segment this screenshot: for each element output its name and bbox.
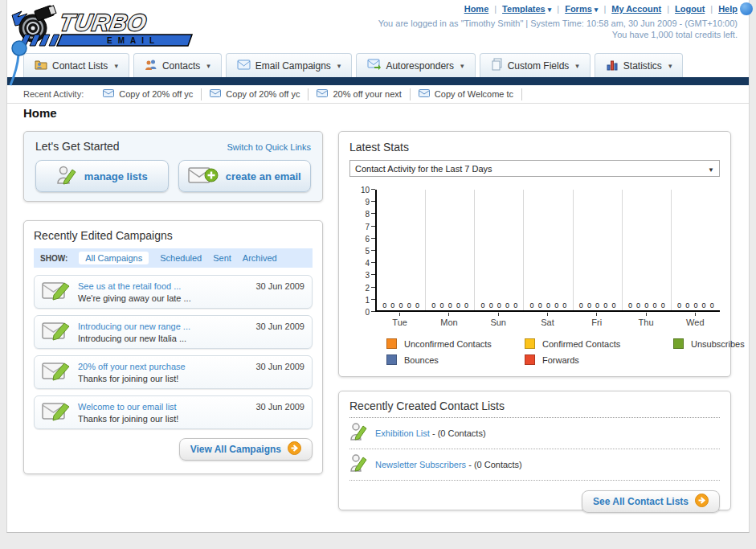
recent-activity-item[interactable]: Copy of 20% off yc xyxy=(202,88,309,100)
tab-contact-lists[interactable]: Contact Lists ▾ xyxy=(23,53,129,77)
chevron-down-icon: ▾ xyxy=(337,62,341,70)
envelope-pencil-icon xyxy=(42,400,71,425)
recent-activity-bar: Recent Activity: Copy of 20% off yc Copy… xyxy=(7,85,749,104)
chevron-down-icon: ▾ xyxy=(460,62,464,70)
chevron-down-icon xyxy=(708,164,714,174)
y-tick-mark xyxy=(371,274,375,275)
value-label: 0 xyxy=(611,301,615,309)
envelope-icon xyxy=(103,89,114,99)
value-labels-row: 00000 xyxy=(476,301,521,309)
stats-period-select[interactable]: Contact Activity for the Last 7 Days xyxy=(349,160,720,177)
logo-graphic: TURBO EMAIL xyxy=(9,2,195,49)
campaigns-title: Recently Edited Campaigns xyxy=(34,229,313,242)
campaign-date: 30 Jun 2009 xyxy=(255,362,304,371)
chevron-down-icon: ▾ xyxy=(575,62,579,70)
help-bubble-icon[interactable] xyxy=(740,2,753,15)
chart-category-group: 00000 xyxy=(425,190,474,310)
value-label: 0 xyxy=(661,301,665,309)
recent-activity-item-label: Copy of Welcome tc xyxy=(435,89,513,99)
value-label: 0 xyxy=(390,301,394,309)
value-label: 0 xyxy=(513,301,517,309)
tab-autoresponders[interactable]: Autoresponders ▾ xyxy=(356,53,475,77)
main-nav-tabs: Contact Lists ▾ Contacts ▾ Email Campaig… xyxy=(23,53,683,77)
chart-category-group: 00000 xyxy=(523,190,572,310)
envelope-arrow-icon xyxy=(367,59,381,72)
tab-label: Custom Fields xyxy=(508,60,570,72)
chart-x-axis: TueMonSunSatFriThuWed xyxy=(375,313,720,327)
bar-chart-icon xyxy=(606,59,619,73)
x-tick-label: Wed xyxy=(671,318,720,327)
contact-activity-chart: 012345678910 000000000000000000000000000… xyxy=(349,190,720,327)
recent-activity-label: Recent Activity: xyxy=(23,89,84,99)
tab-email-campaigns[interactable]: Email Campaigns ▾ xyxy=(226,53,353,77)
legend-label: Confirmed Contacts xyxy=(542,339,620,349)
y-tick-mark xyxy=(371,299,375,300)
x-axis-cell: Sun xyxy=(474,313,523,327)
x-tick-mark xyxy=(596,313,597,316)
recent-activity-item[interactable]: Copy of Welcome tc xyxy=(411,88,522,100)
value-label: 0 xyxy=(562,301,566,309)
filter-scheduled[interactable]: Scheduled xyxy=(160,253,202,263)
x-tick-mark xyxy=(448,313,449,316)
tab-custom-fields[interactable]: Custom Fields ▾ xyxy=(480,53,590,77)
recent-activity-item[interactable]: 20% off your next xyxy=(309,88,410,100)
legend-swatch xyxy=(673,338,684,349)
tab-contacts[interactable]: Contacts ▾ xyxy=(133,53,222,77)
chart-plot-area: 00000000000000000000000000000000000 xyxy=(375,190,720,312)
legend-swatch xyxy=(525,338,535,349)
y-tick-label: 2 xyxy=(365,284,370,293)
y-tick-mark xyxy=(371,226,375,227)
y-tick-label: 9 xyxy=(365,198,370,207)
y-tick-mark xyxy=(371,287,375,288)
see-all-contact-lists-button[interactable]: See All Contact Lists xyxy=(582,490,720,513)
value-label: 0 xyxy=(636,301,640,309)
nav-link-logout[interactable]: Logout xyxy=(675,4,705,14)
value-label: 0 xyxy=(710,301,714,309)
campaign-title-link[interactable]: Welcome to our email list xyxy=(78,401,248,412)
create-email-button[interactable]: create an email xyxy=(178,160,312,192)
recent-activity-item[interactable]: Copy of 20% off yc xyxy=(95,88,202,100)
campaign-title-link[interactable]: 20% off your next purchase xyxy=(78,361,248,372)
filter-sent[interactable]: Sent xyxy=(213,253,231,263)
nav-link-help[interactable]: Help xyxy=(718,4,738,14)
logo-text-email: EMAIL xyxy=(107,36,160,45)
legend-item: Forwards xyxy=(525,354,673,365)
x-tick-label: Tue xyxy=(375,318,424,327)
nav-link-home[interactable]: Home xyxy=(464,4,489,14)
tab-statistics[interactable]: Statistics ▾ xyxy=(595,53,684,77)
switch-quick-links[interactable]: Switch to Quick Links xyxy=(227,142,311,152)
campaign-title-link[interactable]: See us at the retail food ... xyxy=(78,281,248,292)
x-tick-label: Sun xyxy=(474,318,523,327)
value-label: 0 xyxy=(677,301,681,309)
x-axis-cell: Fri xyxy=(572,313,621,327)
nav-link-templates[interactable]: Templates xyxy=(502,4,546,14)
y-tick-mark xyxy=(371,238,375,239)
value-label: 0 xyxy=(554,301,558,309)
x-tick-mark xyxy=(498,313,499,316)
folder-contacts-icon xyxy=(35,58,47,73)
manage-lists-button[interactable]: manage lists xyxy=(35,160,169,192)
value-label: 0 xyxy=(431,301,435,309)
nav-link-my-account[interactable]: My Account xyxy=(611,4,661,14)
chart-category-group: 00000 xyxy=(474,190,523,310)
divider xyxy=(661,4,675,14)
view-all-campaigns-label: View All Campaigns xyxy=(190,444,281,455)
value-label: 0 xyxy=(480,301,484,309)
y-tick-mark xyxy=(371,201,375,202)
campaign-title-link[interactable]: Introducing our new range ... xyxy=(78,321,248,332)
filter-archived[interactable]: Archived xyxy=(243,253,277,263)
divider-bar xyxy=(7,77,749,85)
x-axis-cell: Sat xyxy=(523,313,572,327)
filter-all-campaigns[interactable]: All Campaigns xyxy=(79,252,149,264)
view-all-campaigns-button[interactable]: View All Campaigns xyxy=(179,438,313,461)
value-label: 0 xyxy=(546,301,550,309)
nav-link-forms[interactable]: Forms xyxy=(565,4,592,14)
envelope-icon xyxy=(210,89,221,99)
contact-list-link[interactable]: Exhibition List xyxy=(375,428,430,438)
value-label: 0 xyxy=(505,301,509,309)
contact-list-link[interactable]: Newsletter Subscribers xyxy=(375,460,466,469)
x-tick-label: Fri xyxy=(572,318,621,327)
x-tick-mark xyxy=(399,313,400,316)
y-tick-label: 8 xyxy=(365,210,370,219)
see-all-contact-lists-label: See All Contact Lists xyxy=(593,496,689,507)
